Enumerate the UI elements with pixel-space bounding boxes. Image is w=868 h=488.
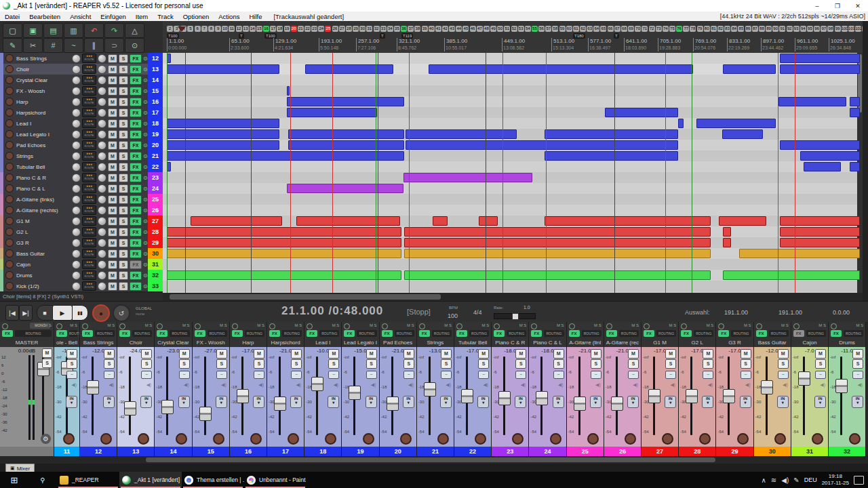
pan-knob[interactable] [72, 206, 81, 215]
volume-knob[interactable] [98, 217, 106, 226]
region-marker-6[interactable]: 6 [195, 26, 201, 32]
region-marker-48[interactable]: 48 [484, 26, 490, 32]
mute-button[interactable]: M [108, 239, 117, 247]
region-marker-44[interactable]: 44 [456, 26, 462, 32]
pan-knob[interactable] [72, 195, 81, 204]
solo-button[interactable]: S [119, 87, 128, 96]
region-marker-28[interactable]: 28 [346, 26, 352, 32]
trim-envelope-button[interactable]: ~ [478, 371, 489, 379]
route-button[interactable]: ●●●ROUTE [82, 140, 96, 150]
region-marker-15[interactable]: 15 [256, 26, 262, 32]
media-item[interactable] [288, 129, 404, 139]
routing-button[interactable]: ROUTING [582, 330, 601, 337]
region-marker-73[interactable]: 73 [656, 26, 662, 32]
routing-button[interactable]: ROUTING [95, 330, 115, 337]
fx-button[interactable]: FX [56, 330, 67, 337]
input-select-button[interactable]: IN▾ [590, 396, 601, 408]
region-marker-46[interactable]: 46 [470, 26, 476, 32]
power-icon[interactable] [606, 323, 612, 329]
region-marker-95[interactable]: 95 [807, 26, 813, 32]
media-item[interactable] [305, 64, 393, 74]
horizontal-scrollbar-thumb[interactable] [170, 294, 441, 300]
region-marker-78[interactable]: 78 [690, 26, 696, 32]
power-icon[interactable] [157, 323, 163, 329]
region-marker-71[interactable]: 71 [642, 26, 648, 32]
region-marker-79[interactable]: 79 [697, 26, 703, 32]
mixer-strip-pad-echoes[interactable]: M SFXROUTINGPad Echoes-21.0-inf-6-18-30-… [380, 322, 417, 456]
clock[interactable]: 19:18 2017-11-25 [822, 473, 849, 487]
region-marker-82[interactable]: 82 [717, 26, 724, 32]
volume-icon[interactable]: ◀) [781, 476, 789, 484]
arrange-lane-14[interactable] [163, 75, 857, 85]
region-marker-45[interactable]: 45 [462, 26, 469, 32]
region-marker-99[interactable]: 99 [835, 26, 841, 32]
pan-knob[interactable] [72, 271, 81, 280]
region-marker-47[interactable]: 47 [477, 26, 483, 32]
trim-envelope-button[interactable]: ~ [403, 371, 414, 379]
fx-button[interactable]: FX [130, 206, 142, 215]
solo-button[interactable]: S [119, 98, 128, 106]
record-arm-button[interactable] [5, 163, 14, 171]
power-icon[interactable] [56, 323, 62, 329]
redo-button[interactable]: ↷ [104, 23, 124, 38]
input-select-button[interactable]: IN▾ [553, 396, 564, 408]
mixer-strip-harpsichord[interactable]: M SFXROUTINGHarpsichord-21.0-inf-6-18-30… [267, 322, 304, 456]
track-row-choir[interactable]: Choir●●●ROUTEMSFX⊙13 [0, 64, 163, 75]
volume-fader[interactable] [574, 396, 586, 411]
region-marker-93[interactable]: 93 [793, 26, 800, 32]
arrange-lane-25[interactable] [163, 194, 857, 205]
solo-button[interactable]: S [104, 359, 115, 369]
track-row-harp[interactable]: Harp●●●ROUTEMSFX⊙16 [0, 96, 163, 108]
volume-knob[interactable] [98, 87, 106, 96]
trim-envelope-button[interactable]: ~ [703, 371, 713, 379]
fx-button[interactable]: FX [130, 76, 142, 85]
mute-button[interactable]: M [108, 282, 117, 291]
track-row-g2-l[interactable]: G2 L●●●ROUTEMSFX⊙28 [0, 226, 163, 238]
rate-slider-thumb[interactable] [512, 313, 519, 320]
taskbar-app-akt-1-ver-ndert[interactable]: _Akt 1 [verändert] -... [119, 472, 182, 488]
region-marker-84[interactable]: 84 [731, 26, 737, 32]
track-row-kick-1-2[interactable]: Kick (1/2)●●●ROUTEMSFX⊙33 [0, 281, 163, 292]
fx-button[interactable]: FX [831, 330, 842, 337]
mute-button[interactable]: M [42, 348, 52, 358]
solo-button[interactable]: S [119, 76, 128, 85]
mixer-strip-bass-guitar[interactable]: M SFXROUTINGBass Guitar-12.0-inf-6-18-30… [754, 322, 791, 456]
media-item[interactable] [780, 64, 860, 74]
region-marker-76[interactable]: 76 [676, 26, 682, 32]
gear-icon[interactable]: ⚙ [41, 434, 51, 444]
trim-envelope-button[interactable]: ~ [515, 371, 526, 379]
region-marker-52[interactable]: 52 [511, 26, 517, 32]
fx-button[interactable]: FX [793, 330, 804, 337]
solo-button[interactable]: S [42, 359, 52, 368]
routing-button[interactable]: ROUTING [694, 330, 713, 337]
trim-envelope-button[interactable]: ~ [665, 371, 676, 379]
record-arm-button[interactable] [5, 260, 14, 268]
solo-button[interactable]: S [553, 359, 564, 369]
mute-button[interactable]: M [108, 141, 117, 150]
trim-envelope-button[interactable]: ~ [291, 371, 302, 379]
mute-button[interactable]: M [108, 184, 117, 193]
volume-knob[interactable] [98, 249, 106, 258]
fx-button[interactable]: FX [130, 119, 142, 128]
track-row-piano-c-l[interactable]: Piano C & L●●●ROUTEMSFX⊙24 [0, 183, 163, 195]
input-select-button[interactable]: IN▾ [66, 396, 77, 408]
mute-button[interactable]: M [366, 349, 377, 359]
volume-fader[interactable] [611, 396, 623, 411]
region-marker-32[interactable]: 32 [374, 26, 380, 32]
volume-fader[interactable] [311, 377, 323, 391]
record-button[interactable]: ● [92, 304, 110, 322]
media-item[interactable] [850, 97, 860, 106]
routing-button[interactable]: ROUTING [170, 330, 189, 337]
volume-knob[interactable] [98, 141, 106, 150]
route-button[interactable]: ●●●ROUTE [82, 54, 96, 63]
envelope-button[interactable]: ~ [64, 38, 83, 53]
region-marker-80[interactable]: 80 [704, 26, 710, 32]
media-item[interactable] [288, 140, 404, 150]
record-arm-button[interactable] [363, 433, 374, 445]
mute-button[interactable]: M [591, 349, 601, 359]
maximize-button[interactable]: ❐ [827, 0, 848, 12]
mute-button[interactable]: M [179, 349, 190, 359]
mixer-scrollbar[interactable] [0, 456, 868, 464]
fx-button[interactable]: FX [130, 271, 142, 280]
fx-button[interactable]: FX [531, 330, 542, 337]
